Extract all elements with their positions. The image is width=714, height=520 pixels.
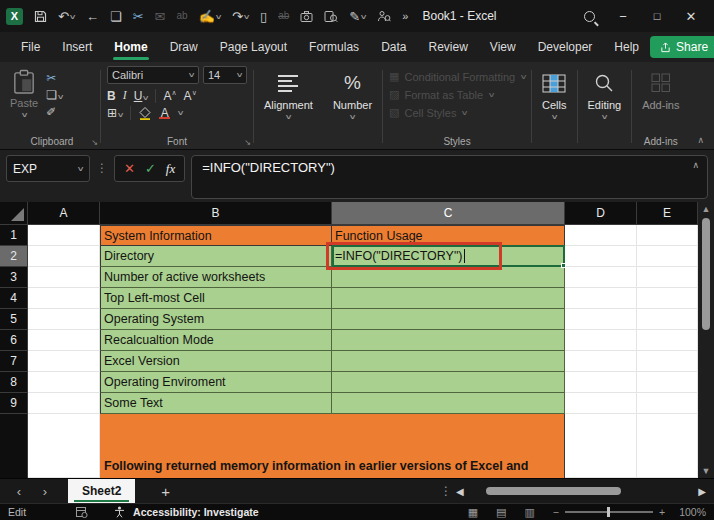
touch-mouse-mode-icon[interactable]: ✍∨ — [199, 10, 221, 23]
tab-draw[interactable]: Draw — [159, 33, 209, 62]
cell-b1[interactable]: System Information — [100, 225, 332, 246]
tab-data[interactable]: Data — [370, 33, 417, 62]
row-header-5[interactable]: 5 — [0, 309, 28, 330]
tab-page-layout[interactable]: Page Layout — [209, 33, 298, 62]
cell-e8[interactable] — [637, 372, 698, 393]
page-break-view-icon[interactable]: ▥ — [524, 506, 534, 519]
cell-c4[interactable] — [332, 288, 565, 309]
col-header-e[interactable]: E — [637, 202, 698, 225]
tab-file[interactable]: File — [10, 33, 51, 62]
ribbon-group-alignment[interactable]: Alignment ∨ — [254, 64, 323, 149]
formula-bar-grip-icon[interactable]: ⋮ — [96, 155, 108, 175]
cell-d6[interactable] — [565, 330, 637, 351]
next-sheet-icon[interactable]: › — [34, 484, 56, 499]
col-header-b[interactable]: B — [100, 202, 332, 225]
paste-button[interactable]: Paste ∨ — [10, 66, 38, 122]
cell-d10[interactable] — [565, 414, 637, 478]
cell-b6[interactable]: Recalcualtion Mode — [100, 330, 332, 351]
cell-a2[interactable] — [28, 246, 100, 267]
save-icon[interactable] — [34, 10, 47, 23]
sheet-tab-sheet2[interactable]: Sheet2 — [68, 479, 135, 503]
scroll-up-icon[interactable]: ▲ — [702, 202, 711, 216]
row-header-2[interactable]: 2 — [0, 246, 28, 267]
cell-e7[interactable] — [637, 351, 698, 372]
zoom-level[interactable]: 100% — [679, 506, 706, 518]
copy-icon[interactable]: ❏ — [110, 10, 122, 23]
close-button[interactable]: ✕ — [674, 1, 708, 31]
bold-button[interactable]: B — [107, 89, 116, 103]
cell-d1[interactable] — [565, 225, 637, 246]
borders-button[interactable]: ⊞∨ — [107, 106, 123, 120]
ribbon-group-editing[interactable]: Editing ∨ — [578, 64, 632, 149]
tab-options-icon[interactable]: ⋮ — [440, 484, 452, 498]
row-header-9[interactable]: 9 — [0, 393, 28, 414]
cell-a6[interactable] — [28, 330, 100, 351]
cell-e10[interactable] — [637, 414, 698, 478]
zoom-slider[interactable] — [565, 511, 653, 513]
undo-icon[interactable]: ↶∨ — [58, 10, 75, 23]
format-painter-button[interactable]: ✐ — [46, 104, 63, 121]
dialog-launcher-icon[interactable]: ↘ — [91, 138, 98, 147]
lookup-book-icon[interactable] — [324, 10, 338, 23]
row-header-6[interactable]: 6 — [0, 330, 28, 351]
tab-insert[interactable]: Insert — [51, 33, 103, 62]
draw-pen-icon[interactable]: ✎∨ — [349, 10, 366, 23]
expand-formula-bar-icon[interactable]: ∧ — [692, 160, 699, 170]
search-icon[interactable] — [572, 1, 606, 31]
horizontal-scrollbar[interactable]: ◀ ▶ — [456, 485, 706, 497]
row-header-3[interactable]: 3 — [0, 267, 28, 288]
normal-view-icon[interactable]: ▦ — [468, 506, 478, 519]
cell-b2[interactable]: Directory — [100, 246, 332, 267]
font-size-select[interactable]: 14∨ — [203, 66, 247, 84]
new-file-icon[interactable]: ▯ — [260, 10, 267, 23]
scroll-left-icon[interactable]: ◀ — [456, 486, 464, 497]
font-name-select[interactable]: Calibri∨ — [107, 66, 199, 84]
scroll-right-icon[interactable]: ▶ — [698, 486, 706, 497]
row-header-8[interactable]: 8 — [0, 372, 28, 393]
cell-c7[interactable] — [332, 351, 565, 372]
tab-home[interactable]: Home — [103, 33, 158, 62]
ribbon-group-number[interactable]: % Number ∨ — [323, 64, 382, 149]
cell-a3[interactable] — [28, 267, 100, 288]
accessibility-status[interactable]: Accessibility: Investigate — [133, 506, 258, 518]
font-color-button[interactable]: A — [159, 107, 170, 120]
cell-d7[interactable] — [565, 351, 637, 372]
scroll-down-icon[interactable]: ▼ — [702, 464, 711, 478]
italic-button[interactable]: I — [123, 88, 127, 103]
tab-review[interactable]: Review — [417, 33, 478, 62]
share-button[interactable]: Share ∨ — [650, 36, 714, 58]
cell-b4[interactable]: Top Left-most Cell — [100, 288, 332, 309]
prev-sheet-icon[interactable]: ‹ — [8, 484, 30, 499]
collapse-ribbon-icon[interactable]: ∧ — [697, 135, 704, 145]
cell-b5[interactable]: Operating System — [100, 309, 332, 330]
cell-c2[interactable]: =INFO("DIRECTORY") — [332, 246, 565, 267]
cell-c5[interactable] — [332, 309, 565, 330]
maximize-button[interactable]: □ — [640, 1, 674, 31]
cell-e2[interactable] — [637, 246, 698, 267]
cell-a8[interactable] — [28, 372, 100, 393]
cell-c3[interactable] — [332, 267, 565, 288]
cell-a10[interactable] — [28, 414, 100, 478]
cancel-button[interactable]: ✕ — [124, 161, 135, 176]
col-header-a[interactable]: A — [28, 202, 100, 225]
qat-overflow-icon[interactable]: » — [402, 11, 408, 22]
zoom-slider-thumb[interactable] — [607, 507, 610, 517]
cut-button[interactable]: ✂ — [46, 70, 63, 87]
page-layout-view-icon[interactable]: ▤ — [496, 506, 506, 519]
fill-color-button[interactable] — [138, 106, 152, 120]
cell-d8[interactable] — [565, 372, 637, 393]
cell-b3[interactable]: Number of active worksheets — [100, 267, 332, 288]
cell-d4[interactable] — [565, 288, 637, 309]
col-header-c[interactable]: C — [332, 202, 565, 225]
cell-c6[interactable] — [332, 330, 565, 351]
back-icon[interactable]: ← — [86, 10, 99, 23]
cell-a9[interactable] — [28, 393, 100, 414]
shrink-font-button[interactable]: A∨ — [184, 89, 197, 103]
excel-logo-icon[interactable]: X — [6, 8, 23, 25]
horizontal-scroll-thumb[interactable] — [486, 487, 621, 495]
cell-e1[interactable] — [637, 225, 698, 246]
cell-e9[interactable] — [637, 393, 698, 414]
minimize-button[interactable]: − — [606, 1, 640, 31]
enter-button[interactable]: ✓ — [145, 161, 156, 176]
cell-e6[interactable] — [637, 330, 698, 351]
